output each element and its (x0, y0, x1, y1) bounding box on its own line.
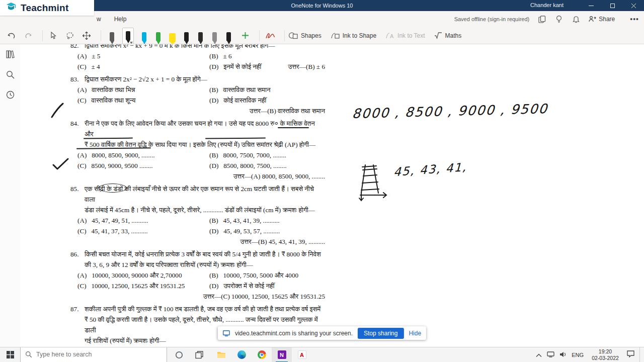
question-number: 85. (70, 184, 78, 194)
taskbar-search[interactable] (20, 347, 167, 362)
question-option: (C) वास्तविक तथा शून्य (77, 95, 209, 106)
question-option: (A) 8000, 8500, 9000, ........ (77, 150, 209, 160)
pan-tool-icon[interactable] (80, 29, 93, 42)
shapes-button[interactable]: Shapes (289, 32, 321, 39)
page-canvas[interactable]: 82.द्विघात समीकरण x² − kx + 9 = 0 में k … (20, 44, 644, 347)
show-desktop-button[interactable] (639, 347, 642, 362)
ink-to-text-icon: A (385, 32, 394, 39)
hide-banner-link[interactable]: Hide (409, 330, 421, 337)
question-text: की 3, 6, 9 और 12 वर्षों के बाद परिपक्वता… (85, 259, 325, 270)
notifications-bell-icon[interactable] (572, 15, 581, 24)
pen-green[interactable] (154, 29, 162, 44)
pen-dark-gray[interactable] (108, 29, 116, 44)
action-center-icon[interactable] (627, 350, 634, 359)
acrobat-icon[interactable]: A (292, 347, 312, 362)
question-option: (C) 8500, 9000, 9500 ........ (77, 160, 209, 171)
select-tool-icon[interactable] (47, 29, 60, 42)
question-text: डंडा लंबाई में 45cm है। नीचे से, पहले, द… (85, 205, 325, 215)
pen-black-2[interactable] (183, 29, 190, 44)
question-option: (B) वास्तविक तथा समान (209, 84, 325, 95)
question-option: (C) 10000, 12500, 15625 और 19531.25 (77, 281, 209, 291)
clock-time: 19:20 (589, 348, 622, 355)
highlighter-yellow[interactable] (169, 29, 176, 44)
screen-share-banner: video.teachmint.com is sharing your scre… (218, 326, 426, 340)
add-pen-icon[interactable] (238, 29, 252, 42)
file-explorer-icon[interactable] (211, 347, 231, 362)
question-option: (B) ± 6 (209, 51, 325, 61)
lightbulb-icon[interactable] (554, 15, 564, 24)
redo-icon[interactable] (22, 29, 35, 42)
language-indicator[interactable]: ENG (572, 352, 584, 358)
lasso-select-icon[interactable] (63, 29, 76, 42)
close-button[interactable] (623, 0, 644, 11)
search-icon[interactable] (5, 69, 15, 79)
question-option: (B) 8000, 7500, 7000, ........ (209, 150, 325, 160)
pen-black-4[interactable] (225, 29, 232, 44)
question-87: 87.शकीला अपनी पुत्री की गुल्लक में ₹ 100… (70, 304, 325, 347)
share-banner-message: video.teachmint.com is sharing your scre… (235, 330, 353, 337)
ink-check-mark (52, 158, 69, 173)
ink-to-text-label: Ink to Text (397, 32, 425, 39)
ink-to-shape-icon (331, 32, 340, 39)
question-option: (C) ± 4 (77, 61, 209, 72)
edge-icon[interactable] (231, 347, 252, 362)
menu-item-cropped[interactable]: w (97, 16, 101, 23)
recent-notes-icon[interactable] (5, 89, 15, 100)
pen-cyan[interactable] (140, 29, 148, 44)
share-label: Share (599, 16, 615, 23)
document-questions: 82.द्विघात समीकरण x² − kx + 9 = 0 में k … (70, 44, 325, 347)
maximize-button[interactable] (602, 0, 623, 11)
pen-black-selected[interactable] (122, 28, 134, 44)
menu-item-help[interactable]: Help (114, 16, 127, 23)
ink-circle-45cm (99, 184, 127, 193)
shapes-label: Shapes (301, 32, 321, 39)
feed-icon[interactable] (537, 15, 546, 24)
start-button[interactable] (0, 347, 20, 362)
ink-to-text-button[interactable]: A Ink to Text (385, 32, 425, 39)
teachmint-logo-text: Teachmint (21, 3, 68, 14)
question-number: 86. (70, 249, 78, 259)
question-text: द्विघात समीकरण x² − kx + 9 = 0 में k के … (85, 44, 325, 51)
notebooks-icon[interactable] (5, 49, 15, 59)
cortana-button[interactable] (169, 347, 189, 362)
ink-slash-mark (50, 103, 64, 121)
question-answer: उत्तर—(B) 45, 43, 41, 39, .......... (85, 236, 325, 247)
tray-display-icon[interactable] (547, 350, 554, 359)
maths-label: Maths (445, 32, 462, 39)
ink-underline (278, 127, 309, 128)
clock[interactable]: 19:20 02-03-2022 (589, 348, 622, 361)
screen-share-icon (223, 330, 230, 336)
question-option: (A) वास्तविक तथा भिन्न (77, 84, 209, 95)
undo-icon[interactable] (5, 29, 18, 42)
question-option: (D) 8500, 8000, 7500, ........ (209, 160, 325, 171)
question-text: द्विघात समीकरण 2x² − 2√2 x + 1 = 0 के मू… (85, 74, 325, 84)
task-view-button[interactable] (189, 347, 209, 362)
search-input[interactable] (36, 351, 152, 358)
ink-to-shape-button[interactable]: Ink to Shape (331, 32, 376, 39)
question-answer: उत्तर—(C) 10000, 12500, 15625 और 19531.2… (85, 291, 325, 302)
ink-stroke-icon[interactable] (264, 29, 277, 42)
ink-to-shape-label: Ink to Shape (343, 32, 376, 39)
teachmint-logo-icon (5, 1, 17, 15)
more-options-icon[interactable]: ••• (623, 15, 639, 23)
question-85: 85.एक सीढ़ी के डंडों की लंबाइयाँ नीचे से… (70, 184, 325, 247)
system-tray: ENG 19:20 02-03-2022 (536, 347, 642, 362)
question-number: 87. (70, 304, 78, 314)
stop-sharing-button[interactable]: Stop sharing (358, 328, 404, 339)
question-text: किसी बचत योजना में, कोई धनराशि प्रत्येक … (85, 249, 325, 259)
minimize-button[interactable] (581, 0, 602, 11)
handwriting-ladder-numbers: 45, 43, 41, (393, 160, 467, 178)
taskbar: N A ENG 19:20 02-03-2022 (0, 347, 644, 362)
tray-speaker-icon[interactable] (559, 350, 567, 359)
question-text: शकीला अपनी पुत्री की गुल्लक में ₹ 100 तब… (85, 304, 325, 314)
pen-gray[interactable] (211, 29, 218, 44)
pen-black-3[interactable] (197, 29, 204, 44)
question-option: (D) कोई वास्तविक नहीं (209, 95, 325, 106)
saved-status: Saved offline (sign-in required) (454, 16, 530, 22)
tray-chevron-icon[interactable] (536, 350, 542, 359)
onenote-icon[interactable]: N (272, 347, 292, 362)
share-button[interactable]: Share (589, 16, 615, 23)
chrome-icon[interactable] (252, 347, 272, 362)
maths-button[interactable]: Maths (434, 32, 462, 39)
maths-icon (434, 32, 442, 39)
